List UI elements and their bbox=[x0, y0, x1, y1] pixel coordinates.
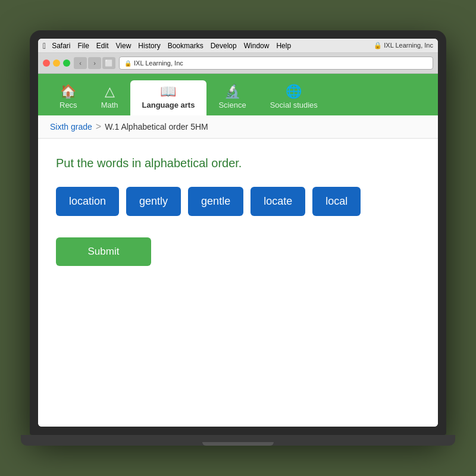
breadcrumb-current: W.1 Alphabetical order 5HM bbox=[105, 122, 208, 131]
word-gently[interactable]: gently bbox=[126, 187, 181, 216]
tab-language-arts-label: Language arts bbox=[142, 101, 195, 109]
menu-develop[interactable]: Develop bbox=[211, 42, 237, 50]
breadcrumb-grade[interactable]: Sixth grade bbox=[50, 122, 92, 131]
macos-menu-bar:  Safari File Edit View History Bookmark… bbox=[38, 39, 438, 53]
url-text: IXL Learning, Inc bbox=[134, 60, 183, 67]
main-content: Put the words in alphabetical order. loc… bbox=[38, 139, 438, 427]
url-bar[interactable]: 🔒 IXL Learning, Inc bbox=[119, 57, 433, 70]
laptop-base bbox=[21, 435, 455, 446]
url-label: 🔒 IXL Learning, Inc bbox=[374, 42, 433, 49]
words-container: location gently gentle locate local bbox=[56, 187, 420, 216]
word-locate[interactable]: locate bbox=[250, 187, 305, 216]
tab-recs[interactable]: 🏠 Recs bbox=[48, 80, 89, 115]
social-studies-icon: 🌐 bbox=[286, 85, 302, 98]
menu-view[interactable]: View bbox=[116, 42, 131, 50]
question-text: Put the words in alphabetical order. bbox=[56, 156, 420, 170]
tab-language-arts[interactable]: 📖 Language arts bbox=[130, 80, 207, 115]
maximize-button[interactable] bbox=[63, 60, 70, 67]
browser-toolbar: ‹ › ⬜ 🔒 IXL Learning, Inc bbox=[38, 53, 438, 74]
tab-recs-label: Recs bbox=[60, 101, 77, 109]
tab-math[interactable]: △ Math bbox=[89, 80, 130, 115]
laptop-screen:  Safari File Edit View History Bookmark… bbox=[30, 30, 446, 435]
language-arts-icon: 📖 bbox=[160, 85, 176, 98]
ixl-navigation: 🏠 Recs △ Math 📖 Language arts 🔬 Science … bbox=[38, 74, 438, 115]
word-gentle[interactable]: gentle bbox=[188, 187, 243, 216]
traffic-lights bbox=[43, 60, 70, 67]
forward-button[interactable]: › bbox=[88, 57, 101, 69]
tab-science-label: Science bbox=[218, 101, 246, 109]
apple-icon:  bbox=[43, 41, 46, 51]
tab-science[interactable]: 🔬 Science bbox=[206, 80, 258, 115]
word-local[interactable]: local bbox=[312, 187, 361, 216]
tab-social-studies-label: Social studies bbox=[270, 101, 318, 109]
tab-social-studies[interactable]: 🌐 Social studies bbox=[258, 80, 330, 115]
security-lock-icon: 🔒 bbox=[124, 60, 131, 67]
lock-icon: 🔒 bbox=[374, 42, 382, 49]
breadcrumb-separator: > bbox=[96, 121, 101, 132]
tab-math-label: Math bbox=[101, 101, 118, 109]
recs-icon: 🏠 bbox=[60, 85, 76, 98]
math-icon: △ bbox=[105, 85, 115, 98]
word-location[interactable]: location bbox=[56, 187, 119, 216]
menu-help[interactable]: Help bbox=[276, 42, 291, 50]
science-icon: 🔬 bbox=[224, 85, 240, 98]
menu-safari[interactable]: Safari bbox=[52, 42, 70, 50]
menu-window[interactable]: Window bbox=[244, 42, 270, 50]
close-button[interactable] bbox=[43, 60, 50, 67]
show-tabs-button[interactable]: ⬜ bbox=[102, 57, 115, 69]
submit-button[interactable]: Submit bbox=[56, 237, 151, 266]
minimize-button[interactable] bbox=[53, 60, 60, 67]
breadcrumb: Sixth grade > W.1 Alphabetical order 5HM bbox=[38, 115, 438, 139]
back-button[interactable]: ‹ bbox=[74, 57, 87, 69]
menu-edit[interactable]: Edit bbox=[96, 42, 109, 50]
menu-file[interactable]: File bbox=[77, 42, 89, 50]
browser-nav-buttons: ‹ › ⬜ bbox=[74, 57, 115, 69]
menu-history[interactable]: History bbox=[138, 42, 160, 50]
browser-window:  Safari File Edit View History Bookmark… bbox=[38, 39, 438, 427]
menu-bookmarks[interactable]: Bookmarks bbox=[168, 42, 203, 50]
